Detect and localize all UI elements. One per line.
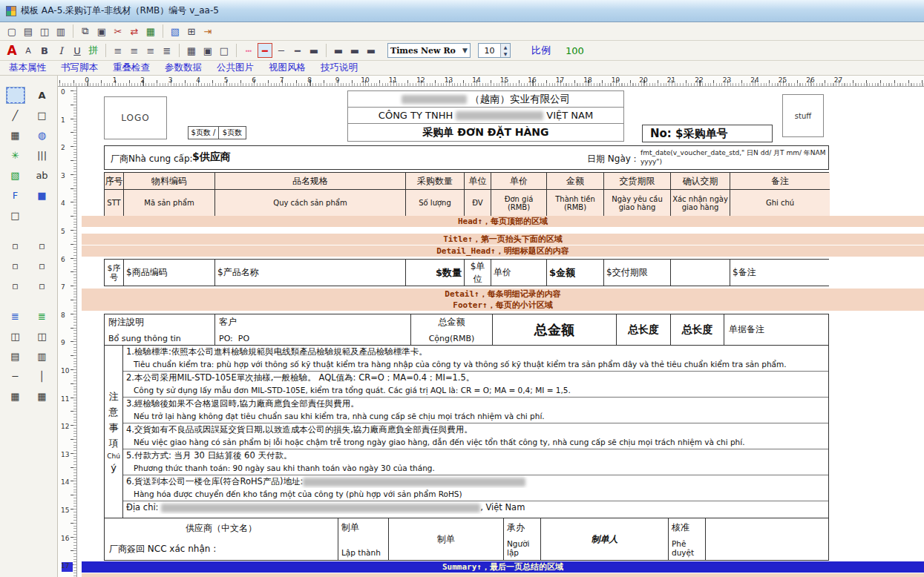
line-style-red-button[interactable]: ━ <box>258 43 272 58</box>
detail-field[interactable]: 单价 <box>491 260 547 286</box>
total-length-field-1[interactable]: 总长度 <box>617 314 671 345</box>
total-amount-field[interactable]: 总金额 <box>493 314 617 345</box>
total-length-field-2[interactable]: 总长度 <box>671 314 724 345</box>
rect-tool[interactable]: □ <box>33 108 51 123</box>
logo-placeholder[interactable]: LOGO <box>104 96 167 139</box>
line-dotted-button[interactable]: ┅ <box>241 43 256 58</box>
maker-label-cell[interactable]: 制单 Lập thành <box>338 518 389 560</box>
page-total-field[interactable]: $页数 <box>218 126 246 139</box>
paste-button[interactable]: ▣ <box>94 24 109 39</box>
tab-5[interactable]: 公共图片 <box>217 62 254 74</box>
chart-tool[interactable]: ▧ <box>7 168 24 183</box>
detail-field[interactable] <box>671 260 730 286</box>
text-tool[interactable]: A <box>33 88 51 103</box>
copy-button[interactable]: ⧉ <box>78 24 93 39</box>
barcode-star-tool[interactable]: ✳ <box>7 148 24 163</box>
note-item[interactable]: 4.交貨如有不良品或因誤延交貨日期,以致造成本公司的損失,協力廠商應負全部責任與… <box>123 423 828 449</box>
band-summary[interactable]: Summary↑，最后一页总结的区域 <box>82 561 924 573</box>
grid-tool-1[interactable]: ▦ <box>7 389 24 404</box>
item-table-header[interactable]: 序号物料编码品名规格采购数量单位单价金额交货期限确认交期备注STTMã sản … <box>104 172 829 217</box>
table-tool[interactable]: ▦ <box>7 128 24 143</box>
field-tool[interactable]: F <box>7 188 24 203</box>
col-header-cn[interactable]: 序号 <box>105 173 124 190</box>
exit-editor-button[interactable]: ⇥ <box>200 24 215 39</box>
border-all-button[interactable]: ▦ <box>184 43 199 58</box>
underline-button[interactable]: U <box>70 43 85 58</box>
vline-tool[interactable]: │ <box>33 369 51 384</box>
detail-field[interactable]: $商品编码 <box>124 260 215 286</box>
note-item[interactable]: Địa chỉ: , Việt Nam <box>123 501 828 514</box>
detail-field[interactable]: $产品名称 <box>215 260 406 286</box>
label-tool[interactable]: ab <box>33 168 51 183</box>
undertaker-label-cell[interactable]: 承办 Người lập <box>504 518 541 560</box>
tab-1[interactable]: 基本属性 <box>9 62 46 74</box>
col-header-cn[interactable]: 采购数量 <box>406 173 465 190</box>
col-header-cn[interactable]: 品名规格 <box>215 173 406 190</box>
detail-field[interactable]: $金额 <box>547 260 604 286</box>
note-title-cell[interactable]: 附注說明 Bổ sung thông tin <box>105 314 215 345</box>
band-detail[interactable]: Detail↑，每条明细记录的内容 <box>82 288 924 300</box>
new-file-button[interactable]: ▢ <box>4 24 19 39</box>
col-header-cn[interactable]: 备注 <box>730 173 830 190</box>
col-header-vn[interactable]: Mã sản phẩm <box>124 190 215 216</box>
note-item[interactable]: 2.本公司采用MIL-STD-105E單次抽樣,一般檢驗。 AQL值為: CR=… <box>123 372 828 398</box>
maker-value-cell[interactable]: 制单 <box>389 518 504 560</box>
date-format-expression[interactable]: fmt_date(v_voucher_date_std," 日N dd/ 月T … <box>640 148 826 166</box>
border-outer-button[interactable]: ▣ <box>200 43 215 58</box>
grid-tool-2[interactable]: ▦ <box>33 389 51 404</box>
col-header-vn[interactable]: Đơn giá (RMB) <box>491 190 547 216</box>
col-header-vn[interactable]: Quy cách sản phẩm <box>215 190 406 216</box>
signature-empty-cell[interactable] <box>706 518 830 560</box>
col-header-cn[interactable]: 物料编码 <box>124 173 215 190</box>
font-small-button[interactable]: A <box>21 43 36 58</box>
page-number-field[interactable]: $页数 / <box>188 126 219 139</box>
tab-3[interactable]: 重叠检查 <box>113 62 150 74</box>
bold-button[interactable]: B <box>37 43 52 58</box>
detail-field[interactable]: $备注 <box>730 260 830 286</box>
detail-field[interactable]: $数量 <box>406 260 465 286</box>
bar-style-1-button[interactable]: ▬ <box>331 43 346 58</box>
stuff-box[interactable]: stuff <box>782 94 824 137</box>
border-none-button[interactable]: □ <box>217 43 232 58</box>
detail-field[interactable]: $交付期限 <box>604 260 671 286</box>
tab-4[interactable]: 参数数据 <box>165 62 202 74</box>
bar-style-3-button[interactable]: ▬ <box>364 43 379 58</box>
insert-chart-button[interactable]: ▧ <box>168 24 183 39</box>
col-header-cn[interactable]: 金额 <box>547 173 604 190</box>
tab-2[interactable]: 书写脚本 <box>61 62 98 74</box>
detail-field[interactable]: $序号 <box>105 260 124 286</box>
line-tool[interactable]: ╱ <box>7 108 24 123</box>
supplier-sign-cell[interactable]: 供应商（中文名） 厂商簽回 NCC xác nhận : <box>105 518 338 560</box>
doc-title[interactable]: 采购单 ĐƠN ĐẶT HÀNG <box>347 123 624 142</box>
col-header-cn[interactable]: 单位 <box>465 173 491 190</box>
company-name-vn[interactable]: CÔNG TY TNHH VIỆT NAM <box>347 107 624 124</box>
band-title[interactable]: Title↑，第一页抬头下面的区域 <box>82 234 924 245</box>
detail-record-row[interactable]: $序号$商品编码$产品名称$数量$单位单价$金额$交付期限$备注 <box>104 259 829 286</box>
page-head-tool[interactable]: ≣ <box>7 309 24 324</box>
approver-label-cell[interactable]: 核准 Phê duyệt <box>669 518 706 560</box>
subtotal-section[interactable]: 附注說明 Bổ sung thông tin 客户 PO: PO 总金额 Cộn… <box>104 314 829 346</box>
band-tool-1[interactable]: ◫ <box>7 329 24 344</box>
notice-section[interactable]: 注意事項Chúý 1.檢驗標準:依照本公司進料檢驗規範與电线類產品檢驗規範及產品… <box>104 346 829 518</box>
align-tools-button[interactable]: ⊞ <box>184 24 199 39</box>
maker-name-field[interactable]: 制单人 <box>541 518 669 560</box>
company-header-block[interactable]: （越南）实业有限公司 CÔNG TY TNHH VIỆT NAM 采购单 ĐƠN… <box>347 90 624 142</box>
fill-color-swatch[interactable]: ■ <box>33 188 51 203</box>
layout-tool-3[interactable]: ▫ <box>7 258 24 274</box>
note-item[interactable]: 3.經檢驗後如果不合格退回時,協力廠商應負全部責任與費用。Nếu trở lại… <box>123 398 828 423</box>
design-canvas[interactable]: LOGO $页数 / $页数 （越南）实业有限公司 CÔNG TY TNHH V… <box>77 87 924 577</box>
tab-7[interactable]: 技巧说明 <box>321 62 358 74</box>
tab-6[interactable]: 视图风格 <box>269 62 306 74</box>
band-footer[interactable]: Footer↑，每页的小计区域 <box>82 300 924 311</box>
pinyin-button[interactable]: 拼 <box>86 43 101 58</box>
spinner-arrows-icon[interactable]: ▲▼ <box>500 44 510 57</box>
customer-po-cell[interactable]: 客户 PO: PO <box>215 314 411 345</box>
note-item[interactable]: 5.付款方式: 当月 30 日結算後 60 天付款。Phương thức th… <box>123 449 828 475</box>
signature-section[interactable]: 供应商（中文名） 厂商簽回 NCC xác nhận : 制单 Lập thàn… <box>104 518 829 561</box>
col-header-vn[interactable]: Số lượng <box>406 190 465 216</box>
col-header-cn[interactable]: 交货期限 <box>604 173 671 190</box>
layout-tool-1[interactable]: ▫ <box>7 238 24 254</box>
po-number-field[interactable]: No: $采购单号 <box>642 125 773 142</box>
font-size-spinner[interactable]: 10 ▲▼ <box>478 43 511 58</box>
col-header-vn[interactable]: ĐV <box>465 190 491 216</box>
